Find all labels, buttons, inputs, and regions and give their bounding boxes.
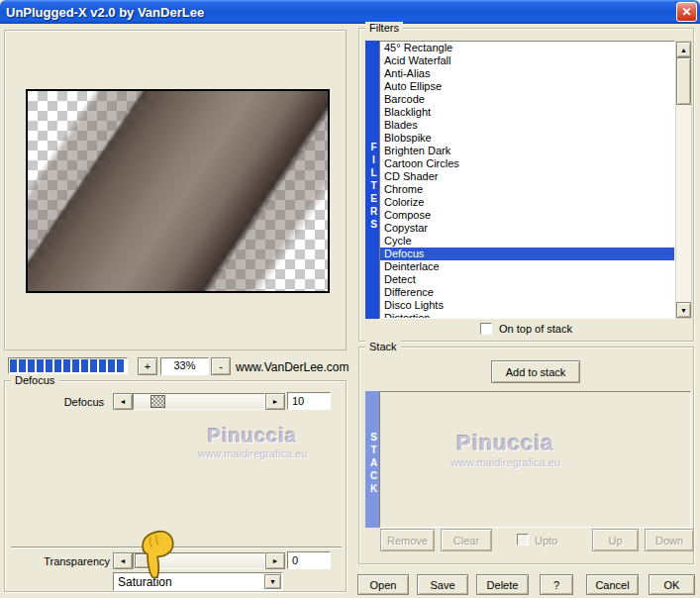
defocus-slider-thumb[interactable] [150, 395, 165, 408]
save-button[interactable]: Save [417, 574, 468, 595]
plugin-window: UnPlugged-X v2.0 by VanDerLee ✕ + 33% - … [0, 0, 700, 598]
on-top-row: On top of stack [359, 323, 693, 335]
watermark-url: www.maidiregrafica.eu [450, 456, 560, 468]
filter-list-scrollbar[interactable]: ▲ ▼ [675, 41, 692, 319]
defocus-value-input[interactable] [287, 392, 331, 410]
ok-button[interactable]: OK [649, 574, 695, 595]
defocus-slider-left-icon[interactable]: ◄ [113, 393, 133, 410]
filter-item[interactable]: Colorize [380, 196, 674, 209]
defocus-slider-track[interactable] [133, 393, 265, 410]
watermark-stack: Pinuccia www.maidiregrafica.eu [450, 431, 560, 468]
scroll-up-icon[interactable]: ▲ [676, 42, 691, 57]
help-button[interactable]: ? [540, 574, 573, 595]
defocus-slider-label: Defocus [5, 396, 104, 408]
transparency-value-input[interactable] [287, 551, 331, 569]
filter-item[interactable]: Anti-Alias [380, 67, 674, 80]
transparency-right-icon[interactable]: ► [265, 552, 285, 569]
vanderlee-link[interactable]: www.VanDerLee.com [236, 360, 350, 374]
close-icon[interactable]: ✕ [676, 2, 697, 22]
zoom-level-field: 33% [160, 357, 209, 375]
diagonal-band-graphic [28, 91, 328, 291]
filter-item[interactable]: Brighten Dark [380, 145, 674, 157]
filter-item[interactable]: Deinterlace [380, 260, 674, 273]
watermark-defocus: Pinuccia www.maidiregrafica.eu [144, 425, 361, 459]
watermark-url: www.maidiregrafica.eu [144, 448, 361, 459]
filters-group-label: Filters [365, 22, 403, 34]
filter-item[interactable]: Difference [380, 286, 674, 299]
filter-item[interactable]: CD Shader [380, 170, 674, 183]
window-title: UnPlugged-X v2.0 by VanDerLee [6, 5, 204, 20]
add-to-stack-button[interactable]: Add to stack [491, 360, 580, 383]
chevron-down-icon[interactable]: ▼ [264, 574, 281, 589]
filter-item[interactable]: Auto Ellipse [380, 80, 674, 93]
filter-list: 45° RectangleAcid WaterfallAnti-AliasAut… [379, 41, 675, 319]
filter-item[interactable]: Blobspike [380, 132, 674, 145]
progress-fill [10, 359, 126, 372]
up-button[interactable]: Up [592, 529, 639, 551]
upto-label: Upto [535, 535, 557, 547]
filter-item[interactable]: Blacklight [380, 106, 674, 119]
on-top-checkbox[interactable] [480, 323, 492, 335]
filter-item[interactable]: Blades [380, 119, 674, 132]
stack-side-label: STACK [365, 391, 379, 528]
filter-item[interactable]: Detect [380, 273, 674, 286]
filter-item[interactable]: Chrome [380, 183, 674, 196]
delete-button[interactable]: Delete [476, 574, 529, 595]
filter-item[interactable]: Defocus [380, 248, 674, 260]
filters-side-label: FILTERS [365, 41, 379, 319]
progress-bar [8, 357, 128, 374]
filter-item[interactable]: Distortion [380, 312, 674, 319]
remove-button[interactable]: Remove [380, 529, 435, 551]
filter-item[interactable]: Cartoon Circles [380, 157, 674, 170]
filter-item[interactable]: Copystar [380, 222, 674, 235]
transparency-label: Transparency [5, 555, 110, 567]
filter-item[interactable]: Acid Waterfall [380, 54, 674, 67]
preview-panel [4, 30, 347, 350]
upto-checkbox[interactable] [517, 534, 529, 546]
watermark-name: Pinuccia [144, 425, 361, 448]
filter-item[interactable]: Disco Lights [380, 299, 674, 312]
zoom-in-button[interactable]: + [138, 357, 157, 375]
scroll-down-icon[interactable]: ▼ [676, 302, 691, 318]
cancel-button[interactable]: Cancel [586, 574, 639, 595]
preview-image[interactable] [26, 89, 330, 293]
on-top-label: On top of stack [499, 323, 572, 335]
defocus-slider-right-icon[interactable]: ► [265, 393, 285, 410]
stack-group-label: Stack [365, 341, 401, 352]
scrollbar-thumb[interactable] [676, 57, 691, 105]
defocus-group-label: Defocus [11, 374, 58, 386]
down-button[interactable]: Down [645, 529, 694, 551]
filter-item[interactable]: Compose [380, 209, 674, 222]
filters-group: Filters FILTERS 45° RectangleAcid Waterf… [358, 28, 694, 342]
filter-item[interactable]: Barcode [380, 93, 674, 106]
filter-item[interactable]: Cycle [380, 235, 674, 248]
stack-group: Stack Add to stack STACK Pinuccia www.ma… [358, 347, 694, 564]
mode-select[interactable]: Saturation ▼ [113, 572, 283, 591]
open-button[interactable]: Open [357, 574, 409, 595]
transparency-left-icon[interactable]: ◄ [113, 552, 133, 569]
filter-item[interactable]: 45° Rectangle [380, 42, 674, 54]
watermark-name: Pinuccia [450, 431, 560, 456]
hand-cursor-icon [138, 527, 181, 583]
stack-list[interactable]: Pinuccia www.maidiregrafica.eu [379, 391, 691, 528]
zoom-out-button[interactable]: - [211, 357, 231, 375]
defocus-group: Defocus Defocus ◄ ► Pinuccia www.maidire… [4, 380, 347, 592]
clear-button[interactable]: Clear [441, 529, 492, 551]
title-bar[interactable]: UnPlugged-X v2.0 by VanDerLee [0, 0, 700, 24]
